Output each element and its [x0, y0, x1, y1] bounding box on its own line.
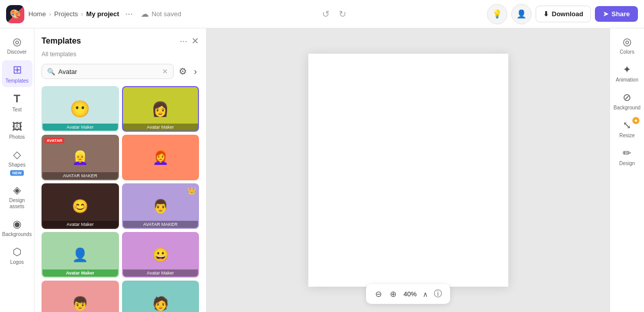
sidebar-item-logos[interactable]: ⬡ Logos	[2, 243, 32, 268]
download-button[interactable]: ⬇ Download	[536, 6, 591, 22]
template-card-4-inner: 👩‍🦰	[123, 136, 198, 179]
discover-icon: ◎	[13, 35, 21, 48]
templates-panel: Templates ··· ✕ All templates 🔍 ✕ ⚙ › 😶 …	[34, 28, 207, 312]
magic-button[interactable]: 💡	[487, 4, 507, 24]
panel-more-button[interactable]: ···	[180, 36, 187, 47]
templates-icon: ⊞	[13, 63, 22, 76]
template-card-9[interactable]: 👦 AVATAR MAKER	[42, 281, 119, 312]
expand-button[interactable]: ›	[192, 64, 199, 79]
template-card-10[interactable]: 🧑 Avatar Maker	[122, 281, 199, 312]
sidebar-right-design[interactable]: ✏ Design	[612, 144, 642, 170]
canvas	[308, 54, 508, 287]
sidebar-item-text[interactable]: T Text	[2, 89, 32, 116]
save-status-text: Not saved	[151, 10, 181, 18]
sidebar-item-logos-label: Logos	[10, 259, 24, 265]
undo-button[interactable]: ↺	[320, 7, 332, 22]
design-assets-icon: ◈	[13, 184, 21, 196]
template-card-5[interactable]: 😊 Avatar Maker	[42, 183, 119, 229]
zoom-value[interactable]: 40%	[404, 290, 417, 298]
sidebar-item-templates[interactable]: ⊞ Templates	[2, 60, 32, 87]
template-card-7[interactable]: 👤 Avatar Maker	[42, 232, 119, 278]
resize-label: Resize	[619, 133, 635, 139]
shapes-icon: ◇	[13, 148, 21, 161]
template-card-2[interactable]: 👩 Avatar Maker	[122, 86, 199, 132]
resize-icon: ⤡	[623, 119, 631, 131]
template-card-1[interactable]: 😶 Avatar Maker	[42, 86, 119, 132]
download-label: Download	[552, 10, 583, 18]
template-card-3[interactable]: 👱‍♀️ AVATAR AVATAR MAKER	[42, 135, 119, 180]
backgrounds-icon: ◉	[13, 218, 21, 230]
template-card-3-badge: AVATAR	[45, 138, 64, 143]
colors-label: Colors	[620, 49, 634, 55]
sidebar-item-backgrounds[interactable]: ◉ Backgrounds	[2, 215, 32, 241]
template-card-2-inner: 👩 Avatar Maker	[123, 87, 198, 131]
share-icon: ➤	[603, 10, 609, 18]
text-icon: T	[14, 92, 20, 105]
redo-button[interactable]: ↻	[337, 7, 348, 22]
template-card-7-label: Avatar Maker	[43, 269, 118, 277]
sidebar-item-design-assets[interactable]: ◈ Design assets	[2, 181, 32, 213]
logos-icon: ⬡	[13, 246, 21, 258]
template-card-3-label: AVATAR MAKER	[43, 172, 118, 179]
animation-label: Animation	[616, 77, 638, 83]
search-icon: 🔍	[47, 68, 55, 75]
design-label: Design	[619, 161, 635, 167]
topbar-right: 💡 👤 ⬇ Download ➤ Share	[487, 4, 638, 24]
template-card-6-crown: 👑	[187, 186, 196, 194]
zoom-in-button[interactable]: ⊕	[389, 288, 397, 300]
more-options-button[interactable]: ···	[125, 9, 133, 19]
zoom-chevron-icon[interactable]: ∧	[423, 290, 428, 298]
sidebar-item-design-assets-label: Design assets	[6, 198, 28, 210]
breadcrumb-sep2: ›	[81, 10, 83, 18]
panel-close-button[interactable]: ✕	[191, 35, 199, 47]
sidebar-right-resize[interactable]: ⤡ ★ Resize	[612, 116, 642, 142]
zoom-info-button[interactable]: ⓘ	[434, 289, 442, 299]
photos-icon: 🖼	[12, 121, 22, 133]
resize-badge: ★	[632, 117, 639, 124]
sidebar-item-shapes[interactable]: ◇ Shapes NEW	[2, 145, 32, 179]
sidebar-right-colors[interactable]: ◎ Colors	[612, 32, 642, 58]
undo-redo-group: ↺ ↻	[320, 7, 348, 22]
app-logo[interactable]: 🎨	[6, 5, 24, 23]
colors-icon: ◎	[623, 35, 631, 48]
sidebar-item-templates-label: Templates	[6, 78, 29, 84]
breadcrumb-projects[interactable]: Projects	[54, 10, 78, 18]
search-input[interactable]	[58, 68, 159, 75]
search-clear-button[interactable]: ✕	[162, 67, 168, 75]
sidebar-item-discover-label: Discover	[7, 49, 27, 55]
panel-subtitle: All templates	[34, 51, 206, 62]
sidebar-right-background[interactable]: ⊘ Background	[612, 88, 642, 114]
sidebar-right-animation[interactable]: ✦ Animation	[612, 60, 642, 86]
template-card-4[interactable]: 👩‍🦰	[122, 135, 199, 180]
template-card-5-inner: 😊 Avatar Maker	[43, 184, 118, 228]
template-card-10-inner: 🧑 Avatar Maker	[123, 282, 198, 312]
templates-grid: 😶 Avatar Maker 👩 Avatar Maker 👱‍♀️ AVATA…	[34, 84, 206, 312]
search-box: 🔍 ✕	[42, 64, 174, 79]
zoom-out-button[interactable]: ⊖	[374, 288, 383, 300]
topbar: 🎨 Home › Projects › My project ··· ☁ Not…	[0, 0, 644, 28]
panel-header: Templates ··· ✕	[34, 28, 206, 51]
collaborate-button[interactable]: 👤	[511, 4, 532, 24]
template-card-8-label: Avatar Maker	[123, 269, 198, 277]
panel-title: Templates	[42, 36, 81, 46]
sidebar-item-backgrounds-label: Backgrounds	[2, 231, 31, 238]
bottom-toolbar: ⊖ ⊕ 40% ∧ ⓘ	[366, 284, 450, 304]
sidebar-item-photos[interactable]: 🖼 Photos	[2, 118, 32, 143]
canvas-area: ⊖ ⊕ 40% ∧ ⓘ	[207, 28, 610, 312]
background-label: Background	[614, 105, 640, 111]
topbar-center: ↺ ↻	[185, 7, 483, 22]
sidebar-item-text-label: Text	[12, 107, 21, 113]
breadcrumb-home[interactable]: Home	[28, 10, 46, 18]
template-card-3-inner: 👱‍♀️ AVATAR AVATAR MAKER	[43, 136, 118, 179]
filter-button[interactable]: ⚙	[177, 64, 189, 79]
breadcrumb-sep1: ›	[49, 10, 51, 18]
cloud-icon: ☁	[141, 9, 149, 19]
animation-icon: ✦	[623, 63, 631, 75]
template-card-8[interactable]: 😀 Avatar Maker	[122, 232, 199, 278]
template-card-1-inner: 😶 Avatar Maker	[43, 87, 118, 131]
template-card-6[interactable]: 👨 👑 AVATAR MAKER	[122, 183, 199, 229]
background-icon: ⊘	[623, 91, 631, 103]
panel-header-actions: ··· ✕	[180, 35, 199, 47]
sidebar-item-discover[interactable]: ◎ Discover	[2, 32, 32, 58]
share-button[interactable]: ➤ Share	[595, 6, 638, 22]
